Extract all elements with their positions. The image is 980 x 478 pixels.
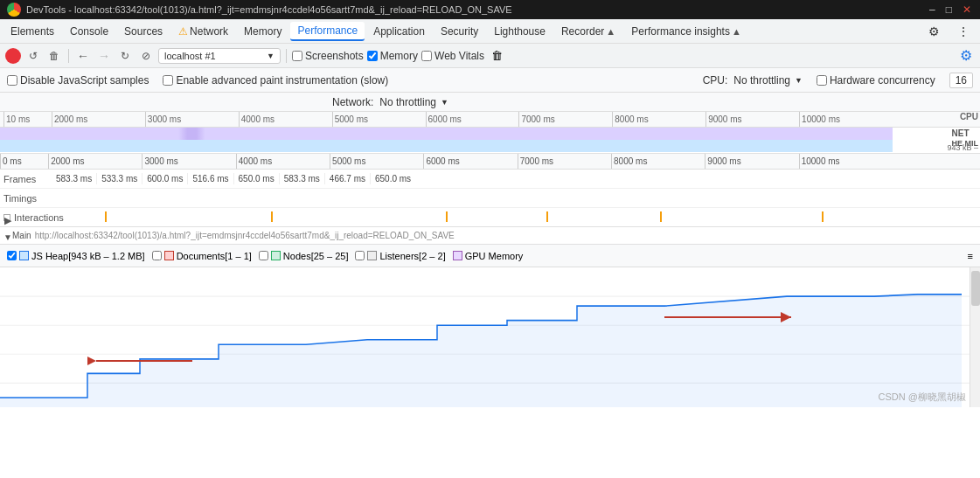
interaction-marker-3 xyxy=(546,211,548,222)
interactions-expand-btn[interactable]: ▶ xyxy=(3,214,10,221)
ruler2-mark-6: 7000 ms xyxy=(518,154,611,169)
chrome-icon xyxy=(7,3,21,17)
ruler2-mark-1: 2000 ms xyxy=(48,154,142,169)
clear-btn[interactable]: 🗑 xyxy=(45,47,63,65)
ruler2-mark-9: 10000 ms xyxy=(799,154,893,169)
menu-console[interactable]: Console xyxy=(63,23,115,40)
disable-js-checkbox[interactable] xyxy=(7,75,17,86)
enable-paint-checkbox[interactable] xyxy=(163,75,173,86)
legend-documents-checkbox[interactable] xyxy=(152,251,162,260)
hardware-value: 16 xyxy=(949,73,973,88)
vertical-scrollbar[interactable] xyxy=(970,267,980,407)
memory-checkbox-label[interactable]: Memory xyxy=(367,50,418,62)
watermark: CSDN @柳晓黑胡椒 xyxy=(879,391,966,404)
cpu-dropdown-icon: ▼ xyxy=(795,76,803,85)
ruler2-mark-2: 3000 ms xyxy=(142,154,235,169)
network-options-bar: Network: No throttling ▼ xyxy=(0,93,980,112)
menu-perf-insights[interactable]: Performance insights ▲ xyxy=(624,23,748,40)
ruler-mark-6: 7000 ms xyxy=(518,112,612,127)
menu-recorder[interactable]: Recorder ▲ xyxy=(554,23,622,40)
forward-btn[interactable]: → xyxy=(95,47,113,65)
legend-js-heap-checkbox[interactable] xyxy=(7,251,17,260)
legend-listeners-checkbox[interactable] xyxy=(355,251,365,260)
legend-js-heap-color xyxy=(19,251,29,260)
frames-items: 583.3 ms 533.3 ms 600.0 ms 516.6 ms 650.… xyxy=(52,173,415,184)
close-btn[interactable]: ✕ xyxy=(961,3,973,16)
network-value: No throttling xyxy=(379,96,436,108)
back-btn[interactable]: ← xyxy=(74,47,92,65)
legend-menu-btn[interactable]: ≡ xyxy=(968,251,973,261)
legend-menu-icon: ≡ xyxy=(968,251,973,261)
settings-btn[interactable]: ⚙ xyxy=(921,22,947,41)
interaction-marker-5 xyxy=(822,211,824,222)
frame-1: 533.3 ms xyxy=(97,173,142,184)
url-bar[interactable]: localhost #1 ▼ xyxy=(158,48,281,64)
frame-6: 466.7 ms xyxy=(325,173,371,184)
legend-js-heap[interactable]: JS Heap[943 kB – 1.2 MB] xyxy=(7,251,145,261)
web-vitals-checkbox-label[interactable]: Web Vitals xyxy=(421,50,484,62)
legend-documents[interactable]: Documents[1 – 1] xyxy=(152,251,252,261)
gear-btn[interactable]: ⚙ xyxy=(957,47,975,65)
cpu-net-area: NETHE MIL 943 kB – xyxy=(0,128,980,154)
chart-area: CSDN @柳晓黑胡椒 xyxy=(0,267,980,407)
options-right: CPU: No throttling ▼ Hardware concurrenc… xyxy=(703,73,973,88)
memory-label: Memory xyxy=(380,50,418,62)
menu-security[interactable]: Security xyxy=(434,23,485,40)
interaction-marker-4 xyxy=(660,211,662,222)
ruler-mark-7: 8000 ms xyxy=(612,112,705,127)
titlebar-left: DevTools - localhost:63342/tool(1013)/a.… xyxy=(7,3,512,17)
main-expand-btn[interactable]: ▼ xyxy=(3,232,10,239)
menu-lighthouse[interactable]: Lighthouse xyxy=(487,23,553,40)
interactions-label: Interactions xyxy=(14,212,64,223)
window-controls: – □ ✕ xyxy=(928,3,973,16)
menu-sources[interactable]: Sources xyxy=(117,23,170,40)
memory-checkbox[interactable] xyxy=(367,51,378,61)
record-btn[interactable] xyxy=(5,48,21,64)
more-btn[interactable]: ⋮ xyxy=(950,22,977,41)
ruler-marks-top: 10 ms 2000 ms 3000 ms 4000 ms 5000 ms 60… xyxy=(3,112,893,127)
legend-js-heap-label: JS Heap[943 kB – 1.2 MB] xyxy=(31,251,145,261)
legend-listeners[interactable]: Listeners[2 – 2] xyxy=(355,251,445,261)
legend-nodes[interactable]: Nodes[25 – 25] xyxy=(259,251,349,261)
toolbar-divider-2 xyxy=(286,49,287,63)
ruler-mark-5: 6000 ms xyxy=(426,112,519,127)
web-vitals-checkbox[interactable] xyxy=(421,51,432,61)
titlebar: DevTools - localhost:63342/tool(1013)/a.… xyxy=(0,0,980,19)
enable-paint-label[interactable]: Enable advanced paint instrumentation (s… xyxy=(163,74,388,87)
cpu-panel-label: CPU xyxy=(960,112,978,121)
menu-memory[interactable]: Memory xyxy=(237,23,288,40)
refresh-btn[interactable]: ↻ xyxy=(116,47,134,65)
hardware-concurrency-label[interactable]: Hardware concurrency xyxy=(817,74,935,87)
screenshots-checkbox-label[interactable]: Screenshots xyxy=(292,50,364,62)
hardware-concurrency-checkbox[interactable] xyxy=(817,75,827,86)
reload-btn[interactable]: ↺ xyxy=(24,47,42,65)
ruler2-mark-5: 6000 ms xyxy=(423,154,517,169)
network-dropdown-icon: ▼ xyxy=(441,98,448,107)
ruler-mark-0: 10 ms xyxy=(3,112,52,127)
legend-nodes-checkbox[interactable] xyxy=(259,251,268,260)
stop-btn[interactable]: ⊘ xyxy=(137,47,155,65)
recorder-icon: ▲ xyxy=(606,26,615,37)
frame-4: 650.0 ms xyxy=(234,173,280,184)
menu-network[interactable]: ⚠ Network xyxy=(171,23,235,40)
menu-application[interactable]: Application xyxy=(366,23,432,40)
network-select[interactable]: Network: No throttling ▼ xyxy=(332,96,448,108)
menu-performance[interactable]: Performance xyxy=(290,22,365,41)
clear-icon[interactable]: 🗑 xyxy=(491,49,503,62)
ruler-mark-1: 2000 ms xyxy=(52,112,145,127)
url-dropdown-icon: ▼ xyxy=(267,52,275,60)
maximize-btn[interactable]: □ xyxy=(944,3,954,16)
menu-elements[interactable]: Elements xyxy=(3,23,61,40)
minimize-btn[interactable]: – xyxy=(928,3,937,16)
disable-js-text: Disable JavaScript samples xyxy=(20,74,149,87)
disable-js-label[interactable]: Disable JavaScript samples xyxy=(7,74,149,87)
legend-nodes-label: Nodes[25 – 25] xyxy=(283,251,349,261)
screenshots-checkbox[interactable] xyxy=(292,51,302,61)
frame-2: 600.0 ms xyxy=(142,173,188,184)
legend-gpu-memory[interactable]: GPU Memory xyxy=(453,251,524,261)
legend-gpu-label: GPU Memory xyxy=(465,251,524,261)
ruler-mark-9: 10000 ms xyxy=(799,112,893,127)
cpu-select[interactable]: CPU: No throttling ▼ xyxy=(703,74,803,87)
frames-label: Frames xyxy=(3,174,52,184)
scrollbar-thumb[interactable] xyxy=(971,271,980,306)
